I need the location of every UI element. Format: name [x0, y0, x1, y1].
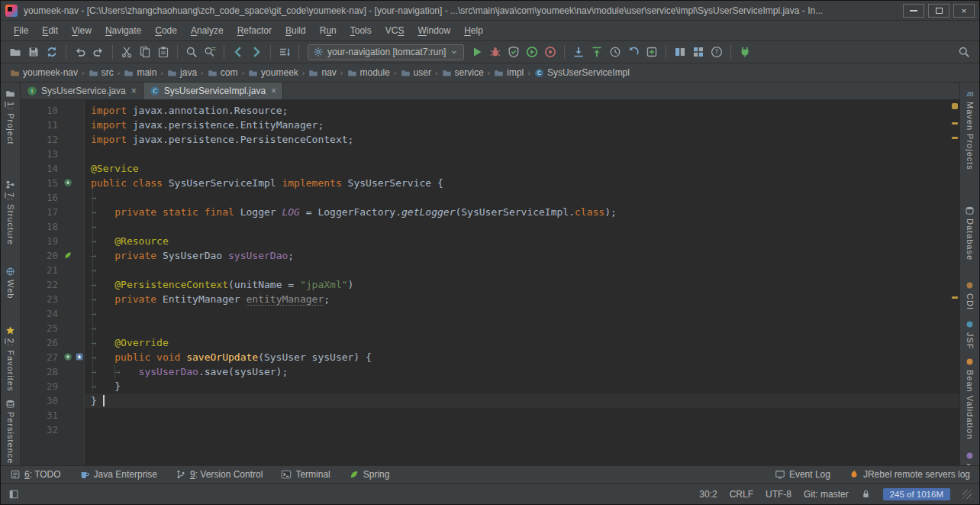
menu-window[interactable]: Window — [411, 25, 457, 36]
tool-button-terminal[interactable]: Terminal — [281, 469, 330, 480]
tool-button-maven-projects[interactable]: mMaven Projects — [965, 89, 975, 170]
maximize-button[interactable] — [928, 4, 949, 18]
line-number[interactable]: 20 — [21, 248, 84, 263]
tool-button-database[interactable]: Database — [965, 206, 975, 261]
tool-button-1-project[interactable]: 1: Project — [5, 89, 15, 144]
code-line[interactable]: import javax.persistence.EntityManager; — [85, 118, 959, 132]
nav-item-youmeek[interactable]: youmeek — [247, 67, 300, 78]
tool-button-9-version-control[interactable]: 9: Version Control — [176, 469, 263, 480]
warning-stripe-mark[interactable] — [952, 137, 958, 139]
synchronize-icon[interactable] — [44, 44, 60, 60]
tool-button-jrebel-remote-servers-log[interactable]: JRebel remote servers log — [849, 469, 970, 480]
navigate-forward-icon[interactable] — [248, 44, 265, 60]
jrebel-gutter-icon[interactable] — [75, 352, 84, 361]
tool-button-spring[interactable]: Spring — [349, 469, 390, 480]
line-number[interactable]: 12 — [21, 132, 84, 147]
resize-grip[interactable] — [962, 490, 972, 499]
run-configuration-select[interactable]: your-navigation [tomcat7:run] — [308, 44, 464, 60]
nav-item-sysuserserviceimpl[interactable]: CSysUserServiceImpl — [533, 67, 631, 78]
debug-icon[interactable] — [487, 44, 504, 60]
code-line[interactable]: →@PersistenceContext(unitName = "jpaXml"… — [85, 277, 959, 292]
code-line[interactable]: } — [85, 393, 959, 408]
line-number[interactable]: 23 — [21, 292, 84, 306]
inspection-status-indicator[interactable] — [952, 103, 958, 109]
menu-build[interactable]: Build — [279, 25, 313, 36]
nav-item-com[interactable]: com — [206, 67, 240, 78]
code-line[interactable]: →private static final Logger LOG = Logge… — [85, 205, 959, 219]
line-number[interactable]: 28 — [21, 364, 84, 379]
copy-icon[interactable] — [137, 44, 153, 60]
encoding-indicator[interactable]: UTF-8 — [766, 489, 791, 500]
coverage-icon[interactable] — [505, 44, 522, 60]
plugin-icon[interactable] — [737, 44, 753, 60]
code-line[interactable] — [85, 422, 959, 437]
line-number[interactable]: 11 — [21, 118, 84, 132]
menu-code[interactable]: Code — [148, 25, 184, 36]
menu-run[interactable]: Run — [313, 25, 343, 36]
menu-analyze[interactable]: Analyze — [184, 25, 230, 36]
warning-stripe-mark[interactable] — [952, 296, 958, 299]
tool-button-cdi[interactable]: CDI — [965, 280, 975, 310]
code-line[interactable] — [85, 408, 959, 422]
line-number[interactable]: 18 — [21, 219, 84, 234]
line-number[interactable]: 29 — [21, 379, 84, 393]
sort-lines-icon[interactable] — [276, 44, 293, 60]
code-line[interactable]: →→sysUserDao.save(sysUser); — [85, 364, 959, 379]
help-icon[interactable]: ? — [708, 44, 725, 60]
nav-item-java[interactable]: java — [166, 67, 198, 78]
paste-icon[interactable] — [155, 44, 172, 60]
tool-button-jsf[interactable]: JSF — [965, 319, 975, 350]
code-area[interactable]: import javax.annotation.Resource;import … — [85, 100, 959, 465]
code-line[interactable]: import javax.annotation.Resource; — [85, 103, 959, 118]
menu-file[interactable]: File — [7, 25, 35, 36]
memory-indicator[interactable]: 245 of 1016M — [883, 488, 950, 500]
code-line[interactable]: →} — [85, 379, 959, 393]
line-number[interactable]: 22 — [21, 277, 84, 292]
line-number[interactable]: 14 — [21, 161, 84, 176]
line-number[interactable]: 16 — [21, 190, 84, 205]
line-number[interactable]: 17 — [21, 205, 84, 219]
project-structure-icon[interactable] — [690, 44, 707, 60]
code-line[interactable]: → — [85, 190, 959, 205]
nav-item-user[interactable]: user — [399, 67, 433, 78]
tool-button-persistence[interactable]: Persistence — [5, 399, 15, 464]
code-line[interactable]: public class SysUserServiceImpl implemen… — [85, 176, 959, 190]
caret-position[interactable]: 30:2 — [699, 489, 717, 500]
navigate-back-icon[interactable] — [230, 44, 247, 60]
toggle-toolwindows-icon[interactable] — [8, 489, 19, 500]
menu-tools[interactable]: Tools — [343, 25, 379, 36]
tab-close-icon[interactable]: × — [271, 86, 276, 96]
tool-button-6-todo[interactable]: 6: TODO — [10, 469, 61, 480]
line-number[interactable]: 24 — [21, 306, 84, 321]
open-folder-icon[interactable] — [7, 44, 24, 60]
line-number[interactable]: 31 — [21, 408, 84, 422]
undo-icon[interactable] — [72, 44, 89, 60]
menu-refactor[interactable]: Refactor — [230, 25, 279, 36]
gutter[interactable]: 1011121314151617181920212223242526272829… — [21, 100, 85, 465]
menu-help[interactable]: Help — [457, 25, 490, 36]
menu-view[interactable]: View — [65, 25, 98, 36]
tool-button-event-log[interactable]: Event Log — [775, 469, 830, 480]
line-number[interactable]: 25 — [21, 321, 84, 335]
diff-icon[interactable] — [672, 44, 688, 60]
lock-icon[interactable] — [861, 489, 871, 499]
implements-gutter-icon[interactable] — [63, 178, 73, 187]
code-line[interactable]: → — [85, 321, 959, 335]
nav-item-impl[interactable]: impl — [492, 67, 525, 78]
close-button[interactable]: × — [953, 4, 975, 18]
code-line[interactable] — [85, 147, 959, 161]
vcs-revert-icon[interactable] — [625, 44, 642, 60]
tab-close-icon[interactable]: × — [131, 86, 137, 96]
line-number[interactable]: 32 — [21, 422, 84, 437]
menu-edit[interactable]: Edit — [35, 25, 65, 36]
tool-button-web[interactable]: Web — [5, 267, 15, 299]
code-line[interactable]: import javax.persistence.PersistenceCont… — [85, 132, 959, 147]
line-number[interactable]: 21 — [21, 263, 84, 277]
menu-vcs[interactable]: VCS — [379, 25, 411, 36]
line-number[interactable]: 26 — [21, 335, 84, 350]
nav-item-service[interactable]: service — [440, 67, 485, 78]
nav-item-module[interactable]: module — [346, 67, 392, 78]
line-number[interactable]: 13 — [21, 147, 84, 161]
menu-navigate[interactable]: Navigate — [98, 25, 148, 36]
minimize-button[interactable] — [903, 4, 924, 18]
